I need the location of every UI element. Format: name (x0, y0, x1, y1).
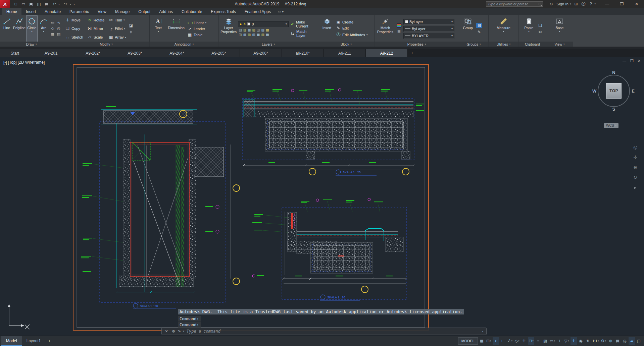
ortho-mode-icon[interactable]: ∟ (500, 337, 506, 345)
line-button[interactable]: Line (1, 16, 12, 42)
transparency-icon[interactable]: ▨ (542, 337, 548, 345)
layer-walk-icon[interactable]: ◫ (239, 33, 242, 37)
layer-merge-icon[interactable]: ▥ (248, 33, 251, 37)
redo-icon[interactable]: ↷ (62, 1, 69, 7)
linetype-select[interactable]: BYLAYER ▾ (403, 33, 454, 39)
tab-express-tools[interactable]: Express Tools (206, 8, 240, 15)
undo-caret-icon[interactable]: ▾ (58, 3, 62, 6)
layout1-tab[interactable]: Layout1 (22, 336, 46, 346)
doc-tab-a9-205[interactable]: A9-205* (198, 49, 240, 57)
layer-freeze-tool-icon[interactable]: ▦ (248, 28, 251, 32)
layer-unlock-icon[interactable]: ▨ (261, 28, 264, 32)
copy-clip-icon[interactable]: ❏ (537, 23, 543, 28)
layer-properties-button[interactable]: Layer Properties (220, 16, 237, 42)
doc-tab-a9-206[interactable]: A9-206* (240, 49, 282, 57)
save-as-icon[interactable]: ◫ (35, 1, 43, 7)
viewport-minimize-control[interactable]: [-] (3, 60, 7, 65)
model-space-canvas[interactable]: SKALA 1 : 20 (0, 57, 644, 336)
doc-tab-a9-204[interactable]: A9-204* (156, 49, 198, 57)
viewcube-top-face[interactable]: TOP (606, 83, 622, 99)
quick-properties-icon[interactable]: ▤ (614, 337, 621, 345)
group-edit-icon[interactable]: ✎ (476, 30, 482, 35)
layer-states-icon[interactable]: ▨ (261, 33, 264, 37)
viewcube-east[interactable]: E (632, 89, 635, 94)
qat-customize-icon[interactable]: ▾ (73, 3, 77, 6)
panel-label-block[interactable]: Block▾ (318, 42, 374, 47)
text-button[interactable]: A Text ▾ (151, 16, 166, 42)
tab-collaborate[interactable]: Collaborate (177, 8, 206, 15)
workspace-switching-icon[interactable]: ⚙▾ (600, 337, 607, 345)
snap-mode-icon[interactable]: ⊞▾ (486, 337, 492, 345)
new-layout-button[interactable]: + (45, 336, 53, 346)
tab-insert[interactable]: Insert (21, 8, 40, 15)
graphics-performance-icon[interactable]: ▰ (629, 337, 635, 345)
layer-vpfreeze-icon[interactable]: ▤ (243, 33, 246, 37)
trim-button[interactable]: ✂Trim▾ (108, 16, 127, 24)
object-color-select[interactable]: ByLayer ▾ (403, 19, 454, 25)
measure-button[interactable]: Measure ▾ (494, 16, 513, 42)
steering-wheel-icon[interactable]: ◎ (633, 145, 637, 150)
doc-tab-a9-203[interactable]: A9-203* (114, 49, 156, 57)
insert-button[interactable]: Insert (319, 16, 334, 42)
sign-in-button[interactable]: ☺ Sign In ▾ (548, 2, 571, 6)
tab-add-ins[interactable]: Add-ins (155, 8, 177, 15)
command-input[interactable] (187, 329, 479, 334)
open-icon[interactable]: ▭ (20, 1, 27, 7)
explode-icon[interactable]: ✳ (128, 30, 134, 35)
group-button[interactable]: Group (460, 16, 475, 42)
panel-label-view[interactable]: View▾ (546, 42, 573, 47)
move-button[interactable]: ✛Move (64, 16, 84, 24)
ungroup-icon[interactable]: ⊟ (476, 23, 482, 28)
grid-display-icon[interactable]: ▦ (479, 337, 485, 345)
panel-label-utilities[interactable]: Utilities▾ (489, 42, 518, 47)
lineweight-select[interactable]: ByLayer ▾ (403, 26, 454, 32)
mirror-button[interactable]: ⋈Mirror (87, 24, 105, 33)
help-caret-icon[interactable]: ▾ (594, 3, 596, 5)
scale-button[interactable]: ▱Scale (87, 33, 105, 42)
tab-view[interactable]: View (93, 8, 111, 15)
donut-icon[interactable]: ◎ (56, 26, 61, 31)
minimize-button[interactable]: — (600, 0, 614, 8)
wcs-selector[interactable]: WCS ▾ (604, 123, 618, 128)
hatch-icon[interactable]: ▦ (50, 32, 55, 37)
viewcube[interactable]: N S W E TOP (594, 71, 634, 111)
doc-minimize-icon[interactable]: — (623, 59, 626, 63)
drawing-canvas[interactable]: SKALA 1 : 20 (0, 57, 644, 336)
doc-restore-icon[interactable]: ❐ (630, 59, 634, 63)
rectangle-icon[interactable]: ▭ (50, 20, 55, 25)
stay-connected-icon[interactable]: Ⓐ (580, 1, 587, 7)
command-line-dock[interactable]: ✕ ⚙ > ▾ ▲ (161, 328, 487, 335)
revision-cloud-icon[interactable]: ∿ (56, 20, 61, 25)
panel-label-properties[interactable]: Properties▾ (375, 42, 459, 47)
zoom-icon[interactable]: ⊕ (633, 165, 637, 170)
command-prompt-caret-icon[interactable]: ▾ (183, 330, 184, 333)
doc-tab-a9-211[interactable]: A9-211 (324, 49, 366, 57)
make-current-button[interactable]: ✔Make Current (290, 20, 316, 28)
linear-button[interactable]: ⟷Linear▾ (187, 20, 207, 25)
model-tab[interactable]: Model (1, 336, 22, 346)
help-icon[interactable]: ? (587, 2, 594, 6)
edit-block-button[interactable]: ✎Edit (335, 26, 368, 31)
base-button[interactable]: Base ▾ (552, 16, 567, 42)
tab-output[interactable]: Output (134, 8, 155, 15)
save-icon[interactable]: ▣ (28, 1, 35, 7)
color-list-icon[interactable] (397, 23, 401, 27)
layer-delete-icon[interactable]: ▧ (252, 33, 255, 37)
layer-prev-icon[interactable]: ▦ (257, 33, 260, 37)
doc-tab-a9-202[interactable]: A9-202* (72, 49, 114, 57)
doc-tab-start[interactable]: Start (0, 49, 30, 57)
polar-tracking-icon[interactable]: ∠▾ (507, 337, 513, 345)
panel-label-modify[interactable]: Modify▾ (63, 42, 149, 47)
autocad-logo-icon[interactable]: A (0, 0, 10, 8)
isolate-objects-icon[interactable]: ◎ (622, 337, 628, 345)
annotation-visibility-icon[interactable]: ◉ (578, 337, 584, 345)
orbit-icon[interactable]: ↻ (633, 175, 637, 180)
doc-tab-a9-201[interactable]: A9-201 (30, 49, 72, 57)
layer-thaw-icon[interactable]: ▩ (266, 28, 269, 32)
array-button[interactable]: ▦Array▾ (108, 33, 127, 42)
clean-screen-icon[interactable]: ▢ (636, 337, 642, 345)
model-space-button[interactable]: MODEL (458, 337, 478, 345)
match-properties-button[interactable]: Match Properties (376, 16, 395, 42)
stretch-button[interactable]: ↔Stretch (64, 33, 84, 42)
tab-annotate[interactable]: Annotate (40, 8, 65, 15)
